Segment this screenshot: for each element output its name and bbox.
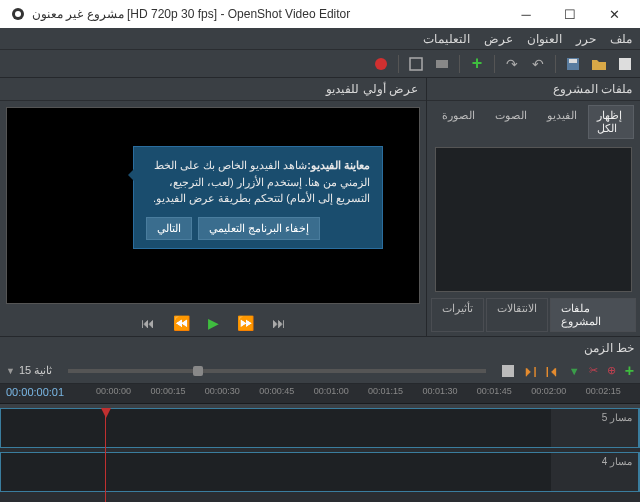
minimize-button[interactable]: ─ — [504, 0, 548, 28]
menu-edit[interactable]: حرر — [576, 32, 596, 46]
center-playhead-icon[interactable]: ⊕ — [607, 364, 616, 377]
preview-panel: عرض أولي للفيديو معاينة الفيديو:شاهد الف… — [0, 78, 426, 336]
timeline-tracks[interactable]: مسار 5 مسار 4 — [0, 408, 640, 502]
playhead[interactable] — [105, 408, 106, 502]
ruler-tick-label: 00:02:00 — [531, 386, 585, 396]
filter-tabs: إظهار الكل الفيديو الصوت الصورة — [427, 101, 640, 143]
menu-bar: ملف حرر العنوان عرض التعليمات — [0, 28, 640, 50]
close-button[interactable]: ✕ — [592, 0, 636, 28]
project-files-list[interactable] — [435, 147, 632, 292]
ruler-tick-label: 00:01:45 — [477, 386, 531, 396]
zoom-down-icon[interactable]: ▼ — [6, 366, 15, 376]
new-project-icon[interactable] — [616, 55, 634, 73]
track-label[interactable]: مسار 5 — [551, 409, 639, 447]
video-preview-area: معاينة الفيديو:شاهد الفيديو الخاص بك على… — [6, 107, 420, 304]
project-files-title: ملفات المشروع — [427, 78, 640, 101]
svg-point-1 — [15, 11, 21, 17]
menu-file[interactable]: ملف — [610, 32, 632, 46]
redo-icon[interactable]: ↷ — [503, 55, 521, 73]
import-files-icon[interactable]: + — [468, 55, 486, 73]
timeline-toolbar: ▼ 15 ثانية ⏵| |⏴ ▼ ✂ ⊕ + — [0, 358, 640, 384]
next-marker-icon[interactable]: ⏵| — [523, 365, 537, 377]
fast-forward-icon[interactable]: ⏩ — [237, 315, 254, 331]
project-files-panel: ملفات المشروع إظهار الكل الفيديو الصوت ا… — [426, 78, 640, 336]
add-marker-icon[interactable]: ▼ — [569, 365, 580, 377]
filter-show-all[interactable]: إظهار الكل — [588, 105, 634, 139]
timecode-display: 00:00:00:01 — [6, 386, 64, 398]
prev-marker-icon[interactable]: |⏴ — [546, 365, 560, 377]
tutorial-heading: معاينة الفيديو: — [307, 159, 370, 171]
maximize-button[interactable]: ☐ — [548, 0, 592, 28]
play-icon[interactable]: ▶ — [208, 315, 219, 331]
svg-rect-4 — [569, 59, 577, 63]
menu-view[interactable]: عرض — [484, 32, 513, 46]
preview-panel-title: عرض أولي للفيديو — [0, 78, 426, 101]
project-bottom-tabs: ملفات المشروع الانتقالات تأثيرات — [427, 296, 640, 336]
main-toolbar: ↶ ↷ + — [0, 50, 640, 78]
tutorial-popup: معاينة الفيديو:شاهد الفيديو الخاص بك على… — [133, 146, 383, 249]
toolbar-separator — [398, 55, 399, 73]
ruler-tick-label: 00:01:30 — [422, 386, 476, 396]
menu-title[interactable]: العنوان — [527, 32, 562, 46]
tutorial-next-button[interactable]: التالي — [146, 217, 192, 240]
razor-icon[interactable]: ✂ — [589, 364, 598, 377]
ruler-tick-label: 00:00:15 — [150, 386, 204, 396]
filter-image[interactable]: الصورة — [433, 105, 484, 139]
zoom-slider[interactable] — [68, 369, 485, 373]
export-icon[interactable] — [372, 55, 390, 73]
svg-point-7 — [375, 58, 387, 70]
svg-rect-5 — [436, 60, 448, 68]
filter-audio[interactable]: الصوت — [486, 105, 536, 139]
playback-controls: ⏮ ⏪ ▶ ⏩ ⏭ — [0, 310, 426, 336]
ruler-tick-label: 00:02:15 — [586, 386, 640, 396]
menu-help[interactable]: التعليمات — [423, 32, 470, 46]
zoom-level-label: 15 ثانية — [19, 364, 52, 377]
open-project-icon[interactable] — [590, 55, 608, 73]
timeline-ruler[interactable]: 00:00:00:01 00:00:0000:00:1500:00:3000:0… — [0, 384, 640, 404]
svg-rect-6 — [410, 58, 422, 70]
ruler-tick-label: 00:00:30 — [205, 386, 259, 396]
toolbar-separator — [494, 55, 495, 73]
jump-end-icon[interactable]: ⏭ — [272, 315, 286, 331]
toolbar-separator — [555, 55, 556, 73]
ruler-tick-label: 00:01:15 — [368, 386, 422, 396]
ruler-tick-label: 00:01:00 — [314, 386, 368, 396]
track-label[interactable]: مسار 4 — [551, 453, 639, 491]
window-title: مشروع غير معنون [HD 720p 30 fps] - OpenS… — [32, 7, 504, 21]
snapping-icon[interactable] — [502, 365, 514, 377]
rewind-icon[interactable]: ⏪ — [173, 315, 190, 331]
tab-transitions[interactable]: الانتقالات — [486, 298, 548, 332]
toolbar-separator — [459, 55, 460, 73]
profile-icon[interactable] — [433, 55, 451, 73]
track-row: مسار 5 — [0, 408, 640, 448]
app-icon — [10, 6, 26, 22]
timeline-title: خط الزمن — [584, 341, 634, 355]
tutorial-hide-button[interactable]: إخفاء البرنامج التعليمي — [198, 217, 320, 240]
add-track-icon[interactable]: + — [625, 362, 634, 380]
track-row: مسار 4 — [0, 452, 640, 492]
ruler-tick-label: 00:00:45 — [259, 386, 313, 396]
save-project-icon[interactable] — [564, 55, 582, 73]
filter-video[interactable]: الفيديو — [538, 105, 586, 139]
tab-effects[interactable]: تأثيرات — [431, 298, 484, 332]
svg-rect-2 — [619, 58, 631, 70]
tab-project-files[interactable]: ملفات المشروع — [550, 298, 636, 332]
jump-start-icon[interactable]: ⏮ — [141, 315, 155, 331]
title-bar: مشروع غير معنون [HD 720p 30 fps] - OpenS… — [0, 0, 640, 28]
ruler-tick-label: 00:00:00 — [96, 386, 150, 396]
undo-icon[interactable]: ↶ — [529, 55, 547, 73]
ruler-labels: 00:00:0000:00:1500:00:3000:00:4500:01:00… — [96, 386, 640, 396]
fullscreen-icon[interactable] — [407, 55, 425, 73]
